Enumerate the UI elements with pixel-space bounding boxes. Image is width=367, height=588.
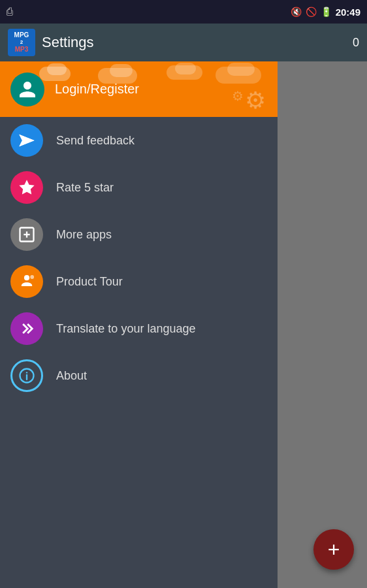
- translate-icon-circle: [10, 312, 43, 345]
- right-panel: [278, 61, 367, 588]
- login-avatar: [10, 73, 44, 106]
- menu-item-about[interactable]: About: [0, 352, 278, 399]
- logo-2: 2: [20, 39, 23, 46]
- svg-point-8: [26, 372, 27, 373]
- about-label: About: [56, 369, 87, 383]
- menu-item-send-feedback[interactable]: Send feedback: [0, 117, 278, 164]
- menu-item-rate-star[interactable]: Rate 5 star: [0, 164, 278, 211]
- svg-point-4: [24, 275, 29, 280]
- status-time: 20:49: [336, 7, 360, 18]
- status-bar-left: ⎙: [7, 6, 13, 18]
- rate-star-label: Rate 5 star: [56, 181, 114, 195]
- chevrons-right-icon: [18, 319, 36, 338]
- cloud-1b: [47, 63, 67, 75]
- gear-icon-large: ⚙: [245, 87, 266, 114]
- fab-plus-icon: +: [328, 539, 340, 560]
- blocked-icon: 🚫: [306, 7, 317, 17]
- logo-mp3: MP3: [15, 46, 29, 54]
- star-icon: [18, 178, 36, 197]
- send-feedback-icon-circle: [10, 124, 43, 157]
- menu-item-product-tour[interactable]: Product Tour: [0, 258, 278, 305]
- battery-icon: 🔋: [321, 7, 332, 17]
- app-bar-left: MPG 2 MP3 Settings: [8, 29, 94, 56]
- product-tour-icon-circle: [10, 265, 43, 298]
- mute-icon: 🔇: [291, 7, 302, 17]
- cloud-3b: [175, 63, 196, 74]
- app-title: Settings: [42, 34, 94, 51]
- fab-button[interactable]: +: [313, 529, 354, 570]
- about-icon-circle: [10, 359, 43, 392]
- svg-marker-0: [19, 135, 34, 147]
- person-info-icon: [18, 272, 36, 291]
- cloud-2b: [110, 64, 133, 77]
- translate-label: Translate to your language: [56, 322, 195, 336]
- logo-mpg: MPG: [14, 31, 29, 39]
- gear-icon-small: ⚙: [232, 88, 244, 104]
- login-banner[interactable]: ⚙ ⚙ Login/Register: [0, 61, 278, 117]
- cloud-4b: [227, 63, 255, 76]
- plus-square-icon: [18, 225, 36, 244]
- menu-item-translate[interactable]: Translate to your language: [0, 305, 278, 352]
- login-text[interactable]: Login/Register: [55, 82, 139, 97]
- info-circle-icon: [18, 367, 36, 385]
- usb-icon: ⎙: [7, 6, 13, 18]
- menu-list: Send feedback Rate 5 star More apps: [0, 117, 278, 399]
- app-bar: MPG 2 MP3 Settings 0: [0, 24, 367, 61]
- svg-point-5: [30, 275, 34, 279]
- app-logo: MPG 2 MP3: [8, 29, 35, 56]
- main-panel: ⚙ ⚙ Login/Register Send feedback: [0, 61, 278, 588]
- avatar-icon: [18, 80, 37, 99]
- menu-item-more-apps[interactable]: More apps: [0, 211, 278, 258]
- more-apps-icon-circle: [10, 218, 43, 251]
- paper-plane-icon: [18, 131, 36, 150]
- send-feedback-label: Send feedback: [56, 134, 135, 148]
- status-bar: ⎙ 🔇 🚫 🔋 20:49: [0, 0, 367, 24]
- app-bar-badge: 0: [353, 36, 359, 50]
- product-tour-label: Product Tour: [56, 275, 123, 289]
- status-bar-right: 🔇 🚫 🔋 20:49: [291, 7, 360, 18]
- rate-star-icon-circle: [10, 171, 43, 204]
- more-apps-label: More apps: [56, 228, 112, 242]
